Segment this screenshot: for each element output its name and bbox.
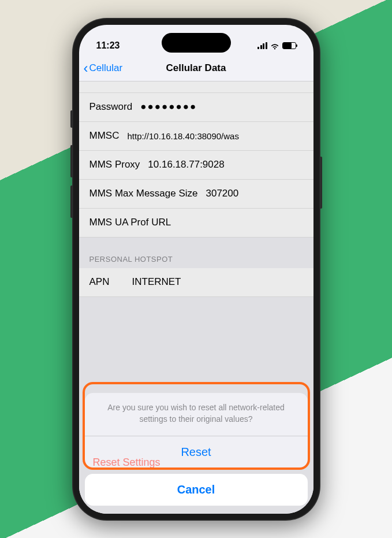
wifi-icon — [270, 42, 279, 49]
screen: 11:23 ‹ Cellular Cellular Data Passwor — [79, 25, 313, 514]
back-button[interactable]: ‹ Cellular — [84, 61, 123, 75]
battery-icon — [282, 42, 296, 49]
volume-up-button — [70, 145, 72, 177]
cancel-group: Cancel — [85, 474, 308, 506]
navigation-bar: ‹ Cellular Cellular Data — [79, 56, 313, 81]
volume-down-button — [70, 185, 72, 218]
dynamic-island — [162, 33, 231, 53]
page-title: Cellular Data — [166, 62, 226, 74]
status-indicators — [257, 42, 296, 49]
phone-frame: 11:23 ‹ Cellular Cellular Data Passwor — [72, 18, 320, 521]
back-label: Cellular — [89, 62, 123, 74]
action-sheet-overlay: Reset Settings Are you sure you wish to … — [79, 81, 313, 514]
settings-content[interactable]: Password ●●●●●●●● MMSC http://10.16.18.4… — [79, 81, 313, 514]
cellular-signal-icon — [257, 42, 267, 49]
chevron-left-icon: ‹ — [84, 61, 88, 75]
power-button — [320, 157, 322, 209]
status-time: 11:23 — [96, 40, 120, 51]
mute-switch — [70, 110, 72, 128]
cancel-button[interactable]: Cancel — [85, 474, 308, 506]
action-sheet-message: Are you sure you wish to reset all netwo… — [85, 393, 308, 436]
reset-settings-button-behind: Reset Settings — [93, 457, 160, 469]
